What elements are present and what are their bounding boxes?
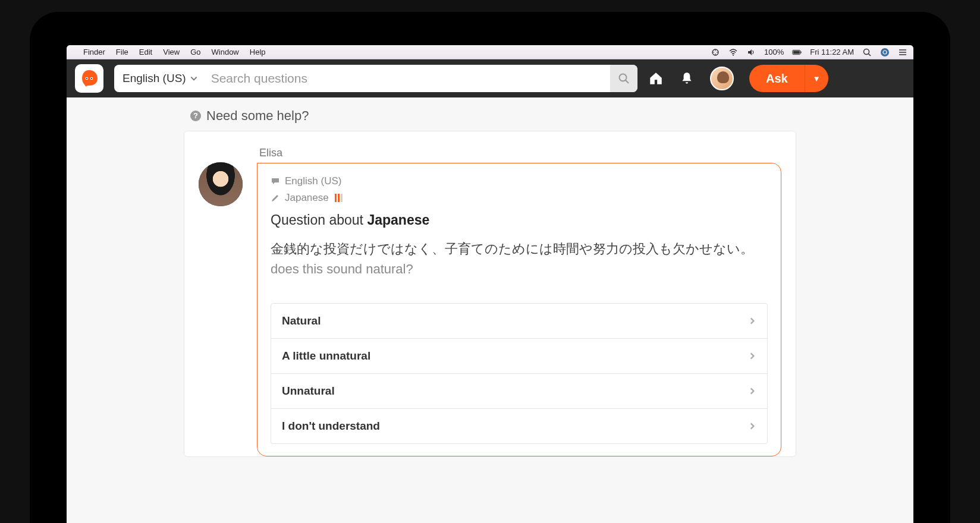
battery-icon[interactable]: [792, 48, 802, 57]
option-label: Unnatural: [282, 385, 335, 398]
search-bar: English (US): [114, 65, 637, 92]
volume-icon[interactable]: [746, 48, 756, 57]
question-card: Elisa English (US) Japanese Question abo…: [184, 131, 796, 457]
search-button[interactable]: [610, 65, 637, 92]
pencil-icon: [271, 193, 280, 203]
sync-icon[interactable]: [711, 48, 720, 57]
svg-line-17: [626, 80, 629, 83]
question-title: Question about Japanese: [271, 212, 768, 228]
menubar-item-window[interactable]: Window: [212, 48, 239, 56]
option-natural[interactable]: Natural: [271, 304, 767, 338]
app-logo[interactable]: [75, 64, 103, 93]
question-bubble: English (US) Japanese Question about Jap…: [257, 163, 781, 456]
chevron-right-icon: [748, 317, 756, 325]
siri-icon[interactable]: [880, 48, 890, 57]
svg-point-16: [620, 74, 627, 81]
option-label: I don't understand: [282, 420, 380, 433]
svg-point-7: [881, 48, 889, 56]
option-label: A little unnatural: [282, 349, 370, 363]
learning-language-line: Japanese: [271, 192, 768, 204]
chevron-right-icon: [748, 387, 756, 395]
author-name[interactable]: Elisa: [259, 147, 781, 159]
help-prompt[interactable]: ? Need some help?: [184, 97, 796, 131]
menubar-item-view[interactable]: View: [163, 48, 180, 56]
author-avatar[interactable]: [199, 162, 243, 206]
chevron-down-icon: [190, 74, 198, 83]
menubar-item-file[interactable]: File: [116, 48, 128, 56]
native-language-line: English (US): [271, 175, 768, 187]
proficiency-level-icon: [335, 194, 343, 202]
question-body-suffix: does this sound natural?: [271, 262, 413, 276]
svg-text:?: ?: [193, 111, 198, 120]
chevron-right-icon: [748, 422, 756, 430]
svg-rect-4: [800, 51, 801, 53]
ask-button-group: Ask ▼: [749, 65, 828, 92]
language-selector-label: English (US): [122, 72, 186, 85]
learning-language-label: Japanese: [285, 192, 329, 204]
question-body: 金銭的な投資だけではなく、子育てのためには時間や努力の投入も欠かせない。 doe…: [271, 239, 768, 279]
mac-menubar: Finder File Edit View Go Window Help 100…: [67, 45, 913, 59]
question-title-prefix: Question about: [271, 212, 367, 228]
answer-options: Natural A little unnatural Unnatural: [271, 303, 768, 444]
notifications-icon[interactable]: [679, 71, 695, 86]
menubar-status-area: 100% Fri 11:22 AM: [711, 48, 907, 57]
svg-point-5: [864, 49, 869, 54]
page-content: ? Need some help? Elisa English (US) Jap…: [67, 97, 913, 523]
svg-point-14: [86, 78, 87, 79]
option-dont-understand[interactable]: I don't understand: [271, 408, 767, 443]
help-prompt-text: Need some help?: [206, 108, 309, 124]
user-avatar[interactable]: [710, 67, 734, 90]
menubar-item-go[interactable]: Go: [190, 48, 200, 56]
menubar-item-finder[interactable]: Finder: [83, 48, 105, 56]
svg-point-1: [733, 55, 734, 56]
device-frame: Finder File Edit View Go Window Help 100…: [30, 12, 950, 523]
svg-point-15: [91, 78, 92, 79]
language-selector[interactable]: English (US): [114, 65, 206, 92]
native-language-label: English (US): [285, 175, 341, 187]
chevron-right-icon: [748, 352, 756, 360]
app-header: English (US) Ask ▼: [67, 59, 913, 97]
ask-button[interactable]: Ask: [749, 65, 805, 92]
option-unnatural[interactable]: Unnatural: [271, 373, 767, 408]
ask-dropdown-button[interactable]: ▼: [805, 65, 828, 92]
menubar-clock[interactable]: Fri 11:22 AM: [810, 48, 854, 56]
speech-bubble-icon: [271, 177, 280, 186]
notification-center-icon[interactable]: [898, 48, 907, 57]
menubar-item-help[interactable]: Help: [250, 48, 266, 56]
question-body-main: 金銭的な投資だけではなく、子育てのためには時間や努力の投入も欠かせない。: [271, 241, 753, 256]
wifi-icon[interactable]: [728, 48, 738, 57]
spotlight-icon[interactable]: [862, 48, 872, 57]
search-icon: [618, 73, 630, 84]
header-actions: Ask ▼: [648, 65, 828, 92]
question-title-language: Japanese: [367, 212, 429, 228]
menubar-item-edit[interactable]: Edit: [139, 48, 152, 56]
battery-percentage: 100%: [764, 48, 784, 56]
option-little-unnatural[interactable]: A little unnatural: [271, 338, 767, 373]
screen: Finder File Edit View Go Window Help 100…: [67, 45, 913, 523]
search-input[interactable]: [206, 71, 610, 86]
option-label: Natural: [282, 314, 321, 327]
home-icon[interactable]: [648, 71, 664, 86]
help-icon: ?: [190, 110, 202, 122]
svg-rect-3: [793, 51, 800, 53]
svg-line-6: [869, 53, 871, 56]
